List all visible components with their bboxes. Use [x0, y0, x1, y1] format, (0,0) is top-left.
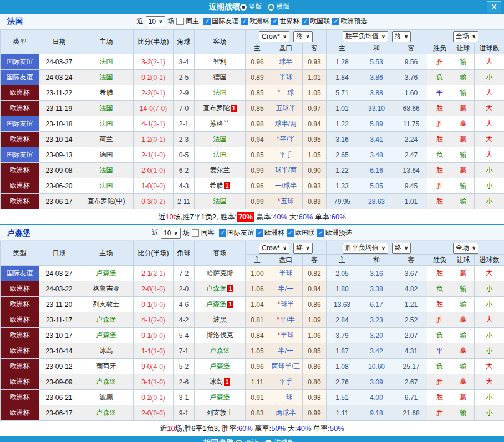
result-winlose-cell: 胜: [427, 101, 452, 116]
crow-home-odds-cell: 0.91: [246, 390, 269, 405]
crow-away-odds-cell: 0.86: [303, 359, 327, 374]
home-team-cell: 法国: [79, 101, 134, 116]
result-winlose-cell: 胜: [427, 132, 452, 147]
final-odds-select[interactable]: 终∨: [293, 243, 312, 254]
radio-horizontal-layout[interactable]: [268, 4, 274, 11]
team-label: 法国: [213, 151, 227, 158]
fulltime-select[interactable]: 全场∨: [453, 243, 478, 254]
league-filter-item[interactable]: ✓国际友谊: [203, 17, 238, 26]
league-filter-item[interactable]: ✓欧洲杯: [241, 17, 269, 26]
final-odds-select[interactable]: 终∨: [293, 31, 312, 42]
crow-home-odds-cell: 0.83: [246, 405, 269, 421]
league-type-cell: 国际友谊: [1, 147, 39, 163]
team-label: 卢森堡: [96, 409, 116, 417]
checkbox-checked-icon[interactable]: ✓: [317, 229, 324, 237]
away-team-cell: 波黑: [195, 312, 246, 328]
filter-row-luxembourg: 卢森堡 近 10∨ 场 同客 ✓国际友谊✓欧洲杯✓欧国联✓欧洲预选: [0, 224, 504, 241]
fulltime-select[interactable]: 全场∨: [453, 31, 478, 42]
league-filter-label[interactable]: 欧洲预选: [340, 17, 367, 26]
same-home-checkbox[interactable]: [176, 18, 184, 25]
asterisk-mark: *: [278, 331, 281, 339]
summary-segment: 40%: [273, 213, 287, 221]
col-header-score: 比分(半场): [134, 241, 174, 266]
checkbox-checked-icon[interactable]: ✓: [287, 229, 294, 237]
checkbox-checked-icon[interactable]: ✓: [302, 18, 309, 25]
match-count-select[interactable]: 10∨: [161, 228, 181, 239]
league-filter-label[interactable]: 国际友谊: [227, 228, 254, 238]
league-filter-label[interactable]: 欧国联: [310, 17, 330, 26]
league-filter-item[interactable]: ✓欧国联: [302, 17, 330, 26]
table-row: 欧洲杯23-06-17卢森堡2-0(0-0)9-1列支敦士0.83两球半0.99…: [1, 405, 504, 421]
away-team-cell: 德国: [195, 70, 246, 85]
away-team-cell: 卢森堡1: [195, 297, 246, 312]
date-cell: 23-06-20: [39, 178, 79, 194]
crow-select[interactable]: Crow*∨: [259, 243, 289, 254]
score-cell: 1-1(1-0): [134, 343, 174, 359]
final-avg-select[interactable]: 终∨: [392, 31, 411, 42]
league-filter-label[interactable]: 欧国联: [295, 228, 315, 238]
crow-select[interactable]: Crow*∨: [259, 31, 289, 42]
crow-home-odds-cell: 1.11: [246, 374, 269, 390]
team-label: 卢森堡: [206, 300, 226, 308]
result-goals-cell: 大: [475, 359, 504, 374]
result-winlose-cell: 负: [427, 147, 452, 163]
horizontal-layout-label[interactable]: 横版: [277, 2, 290, 12]
chevron-down-icon: ∨: [283, 245, 287, 251]
handicap-cell: 一球: [269, 390, 303, 405]
checkbox-checked-icon[interactable]: ✓: [332, 18, 339, 25]
same-away-label[interactable]: 同客: [201, 228, 215, 238]
avg-draw-cell: 3.16: [358, 266, 395, 281]
checkbox-checked-icon[interactable]: ✓: [241, 18, 248, 25]
result-goals-cell: 小: [475, 70, 504, 85]
result-goals-cell: 小: [475, 281, 504, 297]
same-away-checkbox[interactable]: [192, 229, 199, 237]
same-home-label[interactable]: 同主: [186, 17, 199, 26]
league-filter-label[interactable]: 欧洲杯: [264, 228, 284, 238]
avg-home-cell: 2.05: [327, 266, 358, 281]
final-avg-select[interactable]: 终∨: [392, 243, 411, 254]
result-winlose-cell: 负: [427, 281, 452, 297]
league-filter-item[interactable]: ✓欧洲杯: [256, 228, 284, 238]
league-filter-label[interactable]: 国际友谊: [212, 17, 238, 26]
checkbox-checked-icon[interactable]: ✓: [271, 18, 278, 25]
checkbox-checked-icon[interactable]: ✓: [203, 18, 211, 25]
handicap-cell: 半/一: [269, 343, 303, 359]
radio-vertical-layout[interactable]: [240, 4, 247, 11]
col-header-avg-away: 客: [395, 43, 427, 54]
league-filter-item[interactable]: ✓世界杯: [271, 17, 299, 26]
table-row: 欧洲杯23-10-14冰岛1-1(1-0)7-1卢森堡1.05半/一0.851.…: [1, 343, 504, 359]
chevron-down-icon: ∨: [404, 34, 408, 39]
league-filter-item[interactable]: ✓欧国联: [287, 228, 315, 238]
summary-segment: 50%: [330, 424, 344, 433]
league-filter-list: ✓国际友谊✓欧洲杯✓欧国联✓欧洲预选: [217, 228, 352, 238]
near-label: 近: [152, 228, 159, 238]
radio-asian-handicap[interactable]: [236, 440, 242, 442]
checkbox-checked-icon[interactable]: ✓: [256, 229, 263, 237]
avg-select[interactable]: 胜平负均值∨: [343, 31, 388, 42]
avg-select[interactable]: 胜平负均值∨: [343, 243, 388, 254]
home-team-cell: 荷兰: [79, 132, 134, 147]
handicap-cell: *一球: [269, 85, 303, 101]
league-filter-item[interactable]: ✓欧洲预选: [332, 17, 367, 26]
avg-group-header: 胜平负均值∨ 终∨: [327, 30, 427, 43]
league-filter-label[interactable]: 欧洲预选: [325, 228, 352, 238]
date-cell: 23-10-14: [39, 343, 79, 359]
league-filter-item[interactable]: ✓国际友谊: [219, 228, 254, 238]
vertical-layout-label[interactable]: 竖版: [249, 2, 262, 12]
result-goals-cell: 大: [475, 54, 504, 70]
date-cell: 23-09-12: [39, 359, 79, 374]
league-filter-label[interactable]: 世界杯: [279, 17, 299, 26]
goals-label[interactable]: 进球数: [274, 438, 294, 442]
match-count-select[interactable]: 10∨: [146, 16, 166, 27]
avg-home-cell: 2.84: [327, 312, 358, 328]
radio-goals[interactable]: [265, 440, 272, 442]
col-header-odds-home: 主: [246, 255, 269, 266]
checkbox-checked-icon[interactable]: ✓: [219, 229, 226, 237]
league-filter-label[interactable]: 欧洲杯: [249, 17, 269, 26]
league-filter-item[interactable]: ✓欧洲预选: [317, 228, 352, 238]
asian-handicap-label[interactable]: 亚让: [245, 438, 258, 442]
home-team-cell: 列支敦士: [79, 297, 134, 312]
close-button[interactable]: X: [487, 1, 501, 13]
result-winlose-cell: 胜: [427, 178, 452, 194]
away-team-cell: 冰岛1: [195, 374, 246, 390]
